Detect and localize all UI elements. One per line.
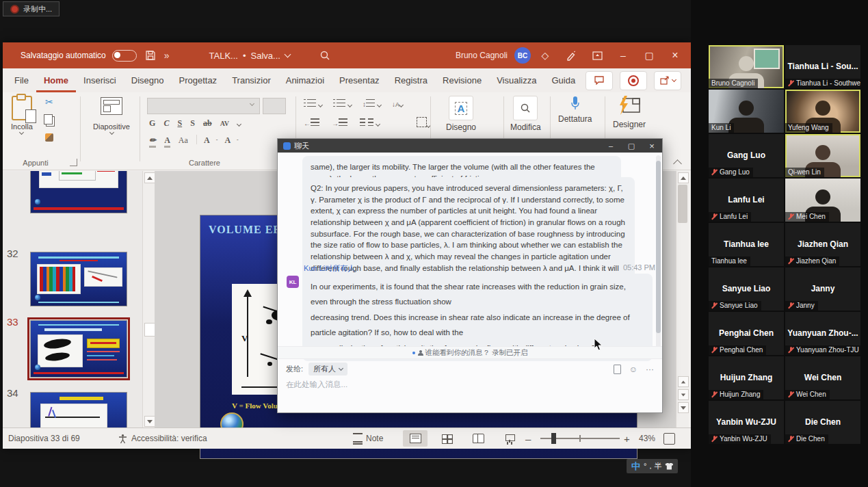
dictate-button[interactable]: Dettatura — [558, 96, 592, 124]
participant-tile[interactable]: Wei ChenWei Chen — [785, 356, 860, 399]
italic-button[interactable]: C — [163, 118, 169, 129]
slide-thumbnail[interactable] — [30, 171, 127, 213]
search-icon[interactable] — [317, 48, 332, 63]
character-spacing-button[interactable]: AV — [220, 120, 229, 127]
comments-button[interactable] — [586, 71, 613, 90]
slide-thumbnail[interactable] — [30, 392, 127, 427]
recording-indicator[interactable]: 录制中... — [3, 1, 60, 16]
ribbon-display-options-icon[interactable] — [586, 45, 609, 66]
tab-file[interactable]: File — [7, 69, 36, 92]
emoji-icon[interactable]: ☺ — [629, 365, 637, 374]
toolbar-overflow-icon[interactable]: » — [164, 50, 170, 61]
premium-diamond-icon[interactable]: ◇ — [534, 45, 557, 66]
save-icon[interactable] — [143, 48, 158, 63]
normal-view-button[interactable] — [403, 430, 428, 447]
participant-tile[interactable]: Jiazhen QianJiazhen Qian — [785, 223, 860, 266]
sender-name[interactable]: Kun Li对所有人 — [304, 263, 355, 274]
notes-button[interactable]: Note — [353, 428, 383, 449]
record-button[interactable] — [620, 71, 647, 90]
format-painter-icon[interactable] — [45, 133, 53, 142]
slide-thumbnail[interactable] — [30, 252, 127, 306]
chat-close-button[interactable]: × — [642, 139, 662, 153]
slide-scrollbar[interactable] — [676, 171, 689, 427]
slideshow-button[interactable] — [497, 430, 522, 447]
drawing-button[interactable]: A Disegno — [446, 96, 476, 132]
share-button[interactable] — [654, 71, 681, 90]
paste-button[interactable]: Incolla — [11, 96, 33, 134]
user-name[interactable]: Bruno Cagnoli — [456, 51, 508, 60]
user-avatar[interactable]: BC — [514, 47, 531, 64]
line-spacing-button[interactable]: ↕ — [363, 99, 381, 108]
chat-minimize-button[interactable]: – — [601, 139, 621, 153]
highlight-color-button[interactable]: ✏ — [149, 135, 156, 148]
thumbnail-scrollbar[interactable] — [142, 171, 155, 427]
participant-tile[interactable]: Tianhua Li - Sou...Tianhua Li - Southwes… — [785, 45, 860, 88]
change-case-button[interactable]: Aa — [179, 135, 188, 146]
cut-icon[interactable]: ✂ — [45, 96, 53, 107]
participant-tile[interactable]: Lanfu LeiLanfu Lei — [709, 179, 784, 222]
participant-tile[interactable]: Kun Li — [709, 90, 784, 133]
designer-button[interactable]: Designer — [613, 96, 646, 129]
scroll-up-button[interactable] — [144, 172, 155, 183]
zoom-in-button[interactable]: + — [624, 428, 630, 449]
scrollbar-thumb[interactable] — [678, 185, 687, 223]
increase-font-button[interactable]: A — [204, 135, 210, 146]
bold-button[interactable]: G — [149, 118, 155, 129]
chevron-down-icon[interactable] — [284, 51, 291, 58]
participant-tile[interactable]: Qi-wen Lin — [785, 134, 860, 177]
tab-registra[interactable]: Registra — [387, 69, 435, 92]
editing-button[interactable]: Modifica — [510, 96, 541, 132]
ime-skin-icon[interactable] — [665, 463, 673, 470]
scroll-down-button[interactable] — [678, 402, 689, 413]
zoom-level[interactable]: 43% — [639, 428, 655, 449]
scrollbar-thumb[interactable] — [656, 161, 661, 333]
next-slide-button[interactable] — [678, 389, 689, 400]
tab-home[interactable]: Home — [36, 69, 76, 92]
tab-transizior[interactable]: Transizior — [224, 69, 278, 92]
tab-presentaz[interactable]: Presentaz — [332, 69, 387, 92]
participant-tile[interactable]: Gang LuoGang Luo — [709, 134, 784, 177]
maximize-button[interactable]: ▢ — [637, 45, 661, 66]
chat-titlebar[interactable]: 聊天 – ▢ × — [278, 139, 662, 153]
pen-announce-icon[interactable] — [560, 45, 583, 66]
increase-indent-button[interactable]: → — [332, 118, 350, 127]
accessibility-status[interactable]: Accessibilità: verifica — [118, 428, 207, 449]
chat-maximize-button[interactable]: ▢ — [621, 139, 642, 153]
participant-tile[interactable]: Sanyue LiaoSanyue Liao — [709, 267, 784, 311]
zoom-out-button[interactable]: – — [525, 428, 531, 449]
previous-slide-button[interactable] — [678, 376, 689, 387]
attach-file-icon[interactable] — [614, 365, 621, 374]
slides-button[interactable]: Diapositive — [89, 97, 134, 134]
ime-language[interactable]: 中 — [631, 460, 640, 473]
slide-indicator[interactable]: Diapositiva 33 di 69 — [8, 428, 80, 449]
font-name-combo[interactable] — [147, 98, 260, 114]
sort-button[interactable]: ↓A — [392, 100, 403, 108]
document-status[interactable]: Salva... — [251, 51, 280, 61]
tab-disegno[interactable]: Disegno — [124, 69, 172, 92]
numbered-list-button[interactable] — [333, 99, 352, 108]
slide-thumbnail-selected[interactable] — [30, 320, 127, 378]
columns-button[interactable] — [360, 118, 380, 127]
zoom-slider-thumb[interactable] — [551, 433, 556, 444]
participant-tile[interactable]: Yuanyuan Zhou-...Yuanyuan Zhou-TJU — [785, 312, 860, 355]
shadow-button[interactable]: S — [190, 118, 195, 129]
fit-to-window-button[interactable] — [663, 428, 675, 449]
participant-tile[interactable]: Yufeng Wang — [785, 90, 860, 133]
slide-sorter-view-button[interactable] — [434, 430, 459, 447]
dialog-launcher-icon[interactable] — [70, 159, 77, 166]
copy-icon[interactable] — [44, 114, 53, 124]
scroll-down-button[interactable] — [144, 416, 155, 427]
send-to-selector[interactable]: 所有人 — [308, 363, 347, 376]
ime-mode[interactable]: °，半 — [644, 461, 661, 471]
font-color-button[interactable]: A — [164, 135, 170, 148]
more-options-icon[interactable]: ··· — [646, 365, 654, 374]
tab-visualizza[interactable]: Visualizza — [489, 69, 544, 92]
chat-input[interactable]: 在此处输入消息... — [286, 380, 347, 390]
tab-animazioi[interactable]: Animazioi — [278, 69, 332, 92]
font-size-combo[interactable] — [263, 98, 286, 114]
participant-tile[interactable]: Mei Chen — [785, 179, 860, 222]
bullet-list-button[interactable] — [304, 99, 322, 108]
tab-guida[interactable]: Guida — [544, 69, 583, 92]
close-button[interactable]: × — [663, 45, 687, 66]
strikethrough-button[interactable]: ab — [203, 118, 212, 129]
